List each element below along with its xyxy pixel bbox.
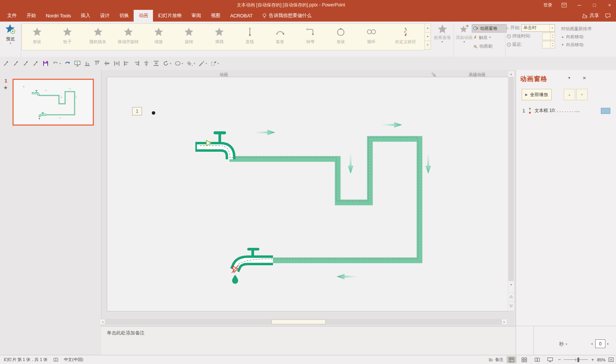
tell-me-box[interactable]: 告诉我你想要做什么	[257, 10, 317, 22]
play-all-button[interactable]: ▶ 全部播放	[522, 89, 552, 100]
align-bottom-icon[interactable]	[84, 60, 90, 67]
tab-acrobat[interactable]: ACROBAT	[225, 10, 258, 22]
start-slideshow-icon[interactable]	[74, 60, 81, 67]
animation-indicator-icon[interactable]: ★	[3, 85, 8, 90]
vertical-scrollbar[interactable]: ▲ ▼	[508, 71, 515, 311]
align-right-icon[interactable]	[133, 60, 140, 67]
gallery-item-shrink-turn[interactable]: 收缩并旋转	[113, 24, 143, 50]
spellcheck-icon[interactable]	[53, 357, 59, 362]
tab-insert[interactable]: 插入	[76, 10, 95, 22]
gallery-item-spin[interactable]: 旋转	[174, 24, 204, 50]
zoom-out-button[interactable]: −	[558, 357, 561, 362]
timeline-bar[interactable]	[601, 108, 610, 114]
duration-input[interactable]: ▴▾	[542, 33, 555, 40]
reorder-down-button[interactable]: ▼	[576, 89, 588, 100]
rotate-icon[interactable]: ▾	[163, 60, 172, 67]
reorder-up-button[interactable]: ▲	[564, 89, 575, 100]
tab-home[interactable]: 开始	[22, 10, 41, 22]
effect-options-button[interactable]: 效果选项 ▾	[432, 24, 453, 44]
align-left-icon[interactable]	[123, 60, 130, 67]
eyedropper-icon[interactable]	[3, 60, 9, 67]
timeline-seconds-value[interactable]: 0	[595, 339, 605, 348]
pane-menu-icon[interactable]: ▼	[568, 76, 571, 80]
add-animation-button[interactable]: 添加动画 ▾	[454, 24, 474, 44]
redo-icon[interactable]	[64, 60, 71, 67]
zoom-in-button[interactable]: +	[591, 357, 594, 362]
delay-input[interactable]: ▴▾	[542, 41, 555, 48]
zoom-slider[interactable]	[564, 357, 588, 362]
slide-canvas[interactable]	[107, 77, 508, 311]
align-top-icon[interactable]	[94, 60, 100, 67]
gallery-item-shape[interactable]: 形状	[22, 24, 52, 50]
language-indicator[interactable]: 中文(中国)	[64, 357, 83, 362]
gallery-item-lines[interactable]: 直线	[235, 24, 265, 50]
share-button[interactable]: 共享	[582, 12, 599, 19]
animation-painter-button[interactable]: 动画刷	[472, 42, 507, 50]
slide-thumbnail[interactable]	[12, 79, 94, 126]
slide-counter[interactable]: 幻灯片 第 1 张，共 1 张	[4, 357, 48, 362]
scroll-left-icon[interactable]: ◂	[100, 319, 105, 324]
change-shape-icon[interactable]: ▾	[211, 60, 219, 67]
gallery-more-button[interactable]: ⊻	[424, 41, 431, 50]
eyedropper-icon[interactable]	[13, 60, 19, 67]
zoom-level[interactable]: 85%	[597, 358, 605, 362]
scroll-up-icon[interactable]: ▲	[508, 71, 514, 76]
slideshow-view-button[interactable]	[545, 356, 555, 363]
gallery-item-shapes-path[interactable]: 形状	[326, 24, 356, 50]
ribbon-display-options-icon[interactable]	[561, 2, 568, 8]
gallery-scroll-up[interactable]: ▲	[424, 23, 431, 33]
align-center-icon[interactable]	[143, 60, 150, 67]
gallery-item-bounce[interactable]: 弹跳	[204, 24, 234, 50]
notes-pane[interactable]: 单击此处添加备注	[101, 326, 516, 355]
slide-sorter-view-button[interactable]	[519, 356, 529, 363]
fit-to-window-icon[interactable]	[608, 357, 614, 362]
tab-slideshow[interactable]: 幻灯片放映	[153, 10, 187, 22]
tab-design[interactable]: 设计	[95, 10, 114, 22]
gallery-item-custom-path[interactable]: 自定义路径	[387, 24, 424, 50]
dialog-launcher-icon[interactable]	[432, 73, 436, 77]
notes-toggle-button[interactable]: 备注	[488, 357, 504, 362]
animation-pane-button[interactable]: 动画窗格	[472, 24, 507, 33]
trigger-button[interactable]: 触发▾	[472, 34, 507, 41]
next-slide-button[interactable]	[508, 301, 514, 310]
tab-view[interactable]: 视图	[206, 10, 225, 22]
eyedropper-icon[interactable]	[23, 60, 29, 67]
tab-animations[interactable]: 动画	[134, 10, 153, 22]
gallery-item-zoom[interactable]: 缩放	[143, 24, 174, 50]
save-icon[interactable]	[42, 60, 49, 67]
scrollbar-thumb[interactable]	[271, 319, 326, 324]
gallery-item-turns[interactable]: 转弯	[295, 24, 326, 50]
sign-in-button[interactable]: 登录	[543, 2, 552, 8]
gallery-item-random-bars[interactable]: 随机线条	[83, 24, 113, 50]
eyedropper-icon[interactable]	[33, 60, 39, 67]
distribute-horizontal-icon[interactable]	[114, 60, 120, 67]
seconds-selector[interactable]: 秒▾	[559, 341, 567, 347]
distribute-vertical-icon[interactable]	[153, 60, 159, 67]
tab-transitions[interactable]: 切换	[114, 10, 134, 22]
shape-outline-icon[interactable]: ▾	[198, 60, 207, 67]
comments-icon[interactable]	[605, 13, 611, 19]
move-earlier-button[interactable]: ▲向前移动	[561, 33, 607, 41]
horizontal-scrollbar[interactable]: ◂ ▸	[100, 319, 507, 325]
tab-file[interactable]: 文件	[2, 10, 22, 22]
notes-placeholder[interactable]: 单击此处添加备注	[107, 330, 145, 336]
timeline-zoom-out-icon[interactable]: ◂	[591, 342, 593, 345]
reading-view-button[interactable]	[532, 356, 542, 363]
chevron-down-icon[interactable]: ▾	[549, 25, 555, 31]
start-select[interactable]: 单击时 ▾	[521, 24, 555, 32]
scroll-right-icon[interactable]: ▸	[502, 319, 507, 324]
gallery-item-loops[interactable]: 循环	[356, 24, 386, 50]
gallery-item-wheel[interactable]: 轮子	[52, 24, 83, 50]
oval-tool-icon[interactable]: ▾	[175, 60, 183, 67]
animation-order-tag[interactable]: 1	[132, 107, 142, 115]
minimize-button[interactable]: ─	[576, 2, 583, 8]
align-middle-icon[interactable]	[104, 60, 110, 67]
undo-icon[interactable]: ▾	[52, 60, 61, 67]
tab-nordri-tools[interactable]: Nordri Tools	[41, 10, 76, 22]
scroll-down-icon[interactable]: ▼	[508, 282, 514, 287]
previous-slide-button[interactable]	[508, 292, 514, 301]
shape-fill-icon[interactable]: ▾	[187, 60, 195, 67]
maximize-button[interactable]: □	[591, 2, 598, 8]
gallery-scroll-down[interactable]: ▼	[424, 33, 431, 41]
pane-close-icon[interactable]: ×	[583, 75, 586, 81]
